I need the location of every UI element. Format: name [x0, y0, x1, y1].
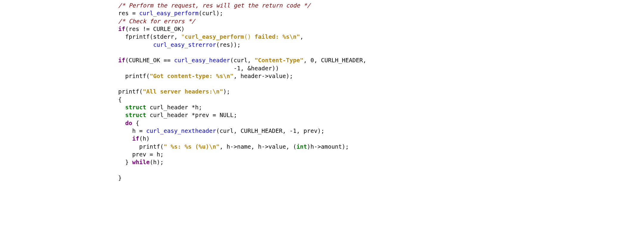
keyword-do: do — [125, 120, 132, 127]
keyword-if: if — [118, 57, 125, 64]
string-literal: "Content-Type" — [255, 57, 303, 64]
string-literal: " %s: %s (%u)\n" — [164, 143, 220, 150]
keyword-struct: struct — [125, 112, 146, 119]
blank-line — [104, 167, 108, 174]
code-line: curl_easy_strerror(res)); — [104, 41, 241, 48]
code-line: } — [104, 175, 122, 181]
code-line: printf(" %s: %s (%u)\n", h->name, h->val… — [104, 143, 349, 150]
code-line: do { — [104, 120, 139, 127]
code-line: printf("All server headers:\n"); — [104, 88, 230, 95]
string-literal: "Got content-type: %s\n" — [150, 73, 234, 80]
code-line: fprintf(stderr, "curl_easy_perform() fai… — [104, 33, 303, 40]
keyword-while: while — [132, 159, 150, 166]
func-call: curl_easy_header — [174, 57, 230, 64]
string-literal: "curl_easy_perform() failed: %s\n" — [181, 33, 300, 40]
keyword-if: if — [132, 135, 139, 142]
code-line: -1, &header)) — [104, 65, 279, 72]
code-line: if(res != CURLE_OK) — [104, 26, 185, 32]
code-block: /* Perform the request, res will get the… — [0, 0, 644, 182]
string-literal: "All server headers:\n" — [143, 88, 223, 95]
code-line: if(CURLHE_OK == curl_easy_header(curl, "… — [104, 57, 367, 64]
code-line: if(h) — [104, 135, 150, 142]
blank-line — [104, 49, 108, 56]
keyword-if: if — [118, 26, 125, 32]
code-line: } while(h); — [104, 159, 164, 166]
keyword-struct: struct — [125, 104, 146, 111]
func-call: curl_easy_nextheader — [146, 127, 216, 134]
code-line: res = curl_easy_perform(curl); — [104, 10, 223, 17]
blank-line — [104, 80, 108, 87]
func-call: curl_easy_perform — [139, 10, 199, 17]
code-line: struct curl_header *prev = NULL; — [104, 112, 237, 119]
code-line: printf("Got content-type: %s\n", header-… — [104, 73, 293, 80]
code-line: h = curl_easy_nextheader(curl, CURLH_HEA… — [104, 127, 325, 134]
comment: /* Perform the request, res will get the… — [104, 2, 311, 9]
comment: /* Check for errors */ — [104, 18, 195, 25]
keyword-int: int — [297, 143, 307, 150]
code-line: { — [104, 96, 122, 103]
code-line: prev = h; — [104, 151, 164, 158]
code-line: struct curl_header *h; — [104, 104, 202, 111]
func-call: curl_easy_strerror — [153, 41, 216, 48]
